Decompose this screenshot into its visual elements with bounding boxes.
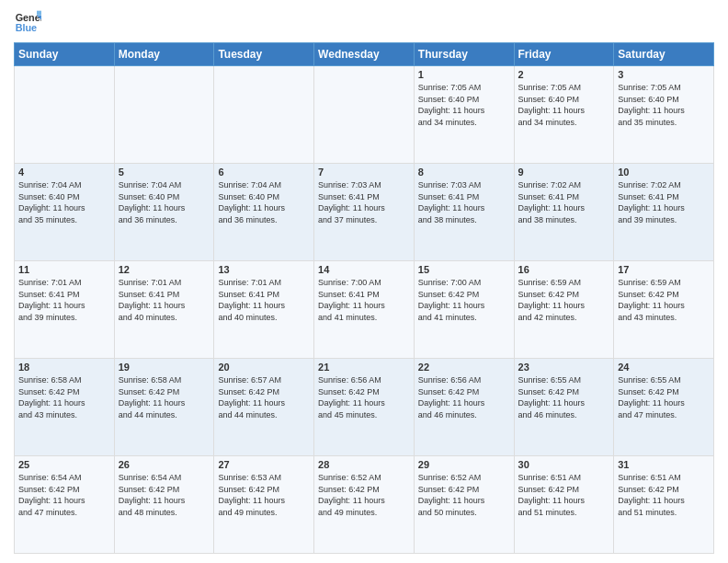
calendar-cell: 29Sunrise: 6:52 AMSunset: 6:42 PMDayligh…	[414, 456, 514, 554]
cell-content: Sunrise: 7:02 AMSunset: 6:41 PMDaylight:…	[518, 179, 610, 225]
calendar-table: SundayMondayTuesdayWednesdayThursdayFrid…	[14, 42, 714, 554]
weekday-header-wednesday: Wednesday	[314, 43, 415, 66]
calendar-week-row: 11Sunrise: 7:01 AMSunset: 6:41 PMDayligh…	[15, 261, 714, 359]
day-number: 4	[18, 167, 110, 178]
day-number: 12	[119, 264, 210, 275]
calendar-week-row: 18Sunrise: 6:58 AMSunset: 6:42 PMDayligh…	[15, 359, 714, 456]
calendar-cell: 30Sunrise: 6:51 AMSunset: 6:42 PMDayligh…	[514, 456, 614, 554]
calendar-cell: 16Sunrise: 6:59 AMSunset: 6:42 PMDayligh…	[514, 261, 614, 359]
cell-content: Sunrise: 7:05 AMSunset: 6:40 PMDaylight:…	[418, 82, 510, 128]
day-number: 22	[418, 362, 510, 373]
day-number: 11	[18, 264, 110, 275]
cell-content: Sunrise: 6:56 AMSunset: 6:42 PMDaylight:…	[318, 374, 410, 420]
day-number: 20	[218, 362, 310, 373]
weekday-header-row: SundayMondayTuesdayWednesdayThursdayFrid…	[15, 43, 714, 66]
day-number: 27	[218, 459, 310, 470]
calendar-cell: 7Sunrise: 7:03 AMSunset: 6:41 PMDaylight…	[314, 164, 415, 261]
cell-content: Sunrise: 7:01 AMSunset: 6:41 PMDaylight:…	[119, 277, 210, 323]
day-number: 14	[318, 264, 410, 275]
day-number: 28	[318, 459, 410, 470]
calendar-cell: 20Sunrise: 6:57 AMSunset: 6:42 PMDayligh…	[214, 359, 314, 456]
day-number: 31	[618, 459, 710, 470]
calendar-cell	[114, 66, 214, 164]
calendar-cell	[314, 66, 415, 164]
cell-content: Sunrise: 7:03 AMSunset: 6:41 PMDaylight:…	[418, 179, 510, 225]
cell-content: Sunrise: 7:02 AMSunset: 6:41 PMDaylight:…	[618, 179, 710, 225]
calendar-week-row: 4Sunrise: 7:04 AMSunset: 6:40 PMDaylight…	[15, 164, 714, 261]
cell-content: Sunrise: 7:03 AMSunset: 6:41 PMDaylight:…	[318, 179, 410, 225]
day-number: 29	[418, 459, 510, 470]
day-number: 10	[618, 167, 710, 178]
calendar-cell: 9Sunrise: 7:02 AMSunset: 6:41 PMDaylight…	[514, 164, 614, 261]
cell-content: Sunrise: 7:01 AMSunset: 6:41 PMDaylight:…	[18, 277, 110, 323]
cell-content: Sunrise: 6:53 AMSunset: 6:42 PMDaylight:…	[218, 472, 310, 518]
cell-content: Sunrise: 6:52 AMSunset: 6:42 PMDaylight:…	[418, 472, 510, 518]
calendar-cell: 14Sunrise: 7:00 AMSunset: 6:41 PMDayligh…	[314, 261, 415, 359]
cell-content: Sunrise: 6:56 AMSunset: 6:42 PMDaylight:…	[418, 374, 510, 420]
cell-content: Sunrise: 6:58 AMSunset: 6:42 PMDaylight:…	[119, 374, 210, 420]
calendar-cell: 2Sunrise: 7:05 AMSunset: 6:40 PMDaylight…	[514, 66, 614, 164]
weekday-header-tuesday: Tuesday	[214, 43, 314, 66]
day-number: 6	[218, 167, 310, 178]
calendar-week-row: 25Sunrise: 6:54 AMSunset: 6:42 PMDayligh…	[15, 456, 714, 554]
calendar-cell: 4Sunrise: 7:04 AMSunset: 6:40 PMDaylight…	[15, 164, 115, 261]
day-number: 5	[119, 167, 210, 178]
calendar-cell: 5Sunrise: 7:04 AMSunset: 6:40 PMDaylight…	[114, 164, 214, 261]
calendar-cell: 15Sunrise: 7:00 AMSunset: 6:42 PMDayligh…	[414, 261, 514, 359]
day-number: 9	[518, 167, 610, 178]
day-number: 7	[318, 167, 410, 178]
cell-content: Sunrise: 6:52 AMSunset: 6:42 PMDaylight:…	[318, 472, 410, 518]
cell-content: Sunrise: 6:55 AMSunset: 6:42 PMDaylight:…	[618, 374, 710, 420]
cell-content: Sunrise: 7:04 AMSunset: 6:40 PMDaylight:…	[119, 179, 210, 225]
calendar-header: SundayMondayTuesdayWednesdayThursdayFrid…	[15, 43, 714, 66]
calendar-cell: 10Sunrise: 7:02 AMSunset: 6:41 PMDayligh…	[614, 164, 714, 261]
day-number: 8	[418, 167, 510, 178]
weekday-header-monday: Monday	[114, 43, 214, 66]
logo: General Blue	[14, 9, 41, 37]
cell-content: Sunrise: 6:54 AMSunset: 6:42 PMDaylight:…	[119, 472, 210, 518]
cell-content: Sunrise: 6:59 AMSunset: 6:42 PMDaylight:…	[518, 277, 610, 323]
cell-content: Sunrise: 6:51 AMSunset: 6:42 PMDaylight:…	[518, 472, 610, 518]
calendar-cell: 8Sunrise: 7:03 AMSunset: 6:41 PMDaylight…	[414, 164, 514, 261]
logo-icon: General Blue	[14, 9, 41, 37]
calendar-cell: 24Sunrise: 6:55 AMSunset: 6:42 PMDayligh…	[614, 359, 714, 456]
calendar-cell	[15, 66, 115, 164]
calendar-cell: 25Sunrise: 6:54 AMSunset: 6:42 PMDayligh…	[15, 456, 115, 554]
day-number: 21	[318, 362, 410, 373]
cell-content: Sunrise: 7:05 AMSunset: 6:40 PMDaylight:…	[518, 82, 610, 128]
calendar-cell	[214, 66, 314, 164]
calendar-cell: 18Sunrise: 6:58 AMSunset: 6:42 PMDayligh…	[15, 359, 115, 456]
day-number: 13	[218, 264, 310, 275]
calendar-cell: 31Sunrise: 6:51 AMSunset: 6:42 PMDayligh…	[614, 456, 714, 554]
calendar-cell: 6Sunrise: 7:04 AMSunset: 6:40 PMDaylight…	[214, 164, 314, 261]
header: General Blue	[14, 9, 714, 37]
day-number: 17	[618, 264, 710, 275]
cell-content: Sunrise: 6:54 AMSunset: 6:42 PMDaylight:…	[18, 472, 110, 518]
calendar-cell: 28Sunrise: 6:52 AMSunset: 6:42 PMDayligh…	[314, 456, 415, 554]
calendar-cell: 27Sunrise: 6:53 AMSunset: 6:42 PMDayligh…	[214, 456, 314, 554]
calendar-cell: 23Sunrise: 6:55 AMSunset: 6:42 PMDayligh…	[514, 359, 614, 456]
calendar-cell: 19Sunrise: 6:58 AMSunset: 6:42 PMDayligh…	[114, 359, 214, 456]
svg-text:Blue: Blue	[16, 22, 37, 33]
calendar-cell: 17Sunrise: 6:59 AMSunset: 6:42 PMDayligh…	[614, 261, 714, 359]
day-number: 15	[418, 264, 510, 275]
day-number: 24	[618, 362, 710, 373]
calendar-cell: 3Sunrise: 7:05 AMSunset: 6:40 PMDaylight…	[614, 66, 714, 164]
cell-content: Sunrise: 7:01 AMSunset: 6:41 PMDaylight:…	[218, 277, 310, 323]
calendar-cell: 12Sunrise: 7:01 AMSunset: 6:41 PMDayligh…	[114, 261, 214, 359]
cell-content: Sunrise: 7:04 AMSunset: 6:40 PMDaylight:…	[18, 179, 110, 225]
calendar-cell: 13Sunrise: 7:01 AMSunset: 6:41 PMDayligh…	[214, 261, 314, 359]
calendar-cell: 26Sunrise: 6:54 AMSunset: 6:42 PMDayligh…	[114, 456, 214, 554]
day-number: 18	[18, 362, 110, 373]
cell-content: Sunrise: 6:59 AMSunset: 6:42 PMDaylight:…	[618, 277, 710, 323]
cell-content: Sunrise: 6:51 AMSunset: 6:42 PMDaylight:…	[618, 472, 710, 518]
day-number: 23	[518, 362, 610, 373]
day-number: 3	[618, 69, 710, 80]
calendar-body: 1Sunrise: 7:05 AMSunset: 6:40 PMDaylight…	[15, 66, 714, 554]
svg-marker-4	[37, 11, 41, 16]
day-number: 2	[518, 69, 610, 80]
cell-content: Sunrise: 6:58 AMSunset: 6:42 PMDaylight:…	[18, 374, 110, 420]
calendar-cell: 22Sunrise: 6:56 AMSunset: 6:42 PMDayligh…	[414, 359, 514, 456]
weekday-header-friday: Friday	[514, 43, 614, 66]
cell-content: Sunrise: 6:55 AMSunset: 6:42 PMDaylight:…	[518, 374, 610, 420]
